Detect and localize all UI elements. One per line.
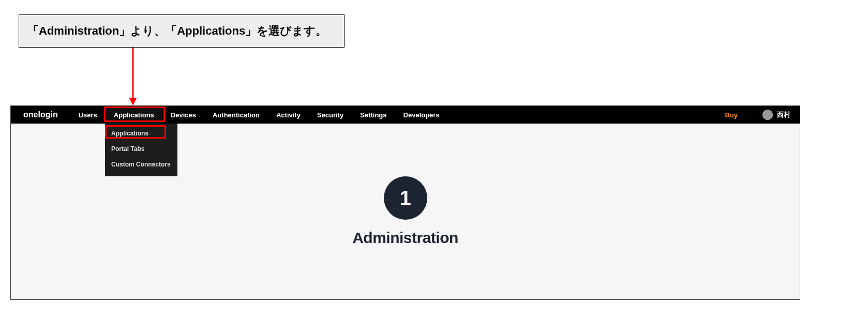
nav-security[interactable]: Security <box>309 106 352 124</box>
step-number-badge: 1 <box>384 176 427 220</box>
nav-items: Users Applications Devices Authenticatio… <box>70 106 448 124</box>
nav-right: Buy 西村 <box>709 106 800 124</box>
dropdown-portal-tabs-label: Portal Tabs <box>111 145 144 153</box>
nav-security-label: Security <box>317 111 343 119</box>
nav-applications[interactable]: Applications <box>106 106 162 124</box>
annotation-arrow <box>99 48 146 110</box>
nav-applications-label: Applications <box>114 111 154 119</box>
nav-settings[interactable]: Settings <box>352 106 395 124</box>
avatar-icon <box>762 110 773 120</box>
user-menu[interactable]: 西村 <box>753 110 800 120</box>
nav-devices[interactable]: Devices <box>162 106 204 124</box>
svg-point-4 <box>766 112 769 115</box>
dropdown-applications-label: Applications <box>111 130 148 137</box>
nav-settings-label: Settings <box>360 111 386 119</box>
step-title: Administration <box>352 229 458 247</box>
dropdown-custom-connectors-label: Custom Connectors <box>111 161 171 168</box>
nav-authentication[interactable]: Authentication <box>204 106 268 124</box>
nav-developers[interactable]: Developers <box>395 106 448 124</box>
applications-dropdown: Applications Portal Tabs Custom Connecto… <box>105 124 177 176</box>
nav-users[interactable]: Users <box>70 106 106 124</box>
step-number: 1 <box>399 187 411 210</box>
nav-activity-label: Activity <box>276 111 301 119</box>
nav-activity[interactable]: Activity <box>268 106 309 124</box>
nav-authentication-label: Authentication <box>213 111 260 119</box>
logo[interactable]: onelogin <box>11 110 70 119</box>
instruction-text: 「Administration」より、「Applications」を選びます。 <box>27 23 327 39</box>
nav-users-label: Users <box>79 111 97 119</box>
username: 西村 <box>777 110 790 119</box>
nav-developers-label: Developers <box>403 111 440 119</box>
dropdown-applications[interactable]: Applications <box>105 126 177 141</box>
app-window: onelogin Users Applications Devices Auth… <box>10 105 800 300</box>
dropdown-portal-tabs[interactable]: Portal Tabs <box>105 141 177 157</box>
svg-marker-2 <box>129 98 137 105</box>
dropdown-custom-connectors[interactable]: Custom Connectors <box>105 157 177 172</box>
instruction-callout: 「Administration」より、「Applications」を選びます。 <box>19 14 345 48</box>
top-nav: onelogin Users Applications Devices Auth… <box>11 106 800 124</box>
nav-devices-label: Devices <box>171 111 196 119</box>
buy-link[interactable]: Buy <box>709 111 753 119</box>
